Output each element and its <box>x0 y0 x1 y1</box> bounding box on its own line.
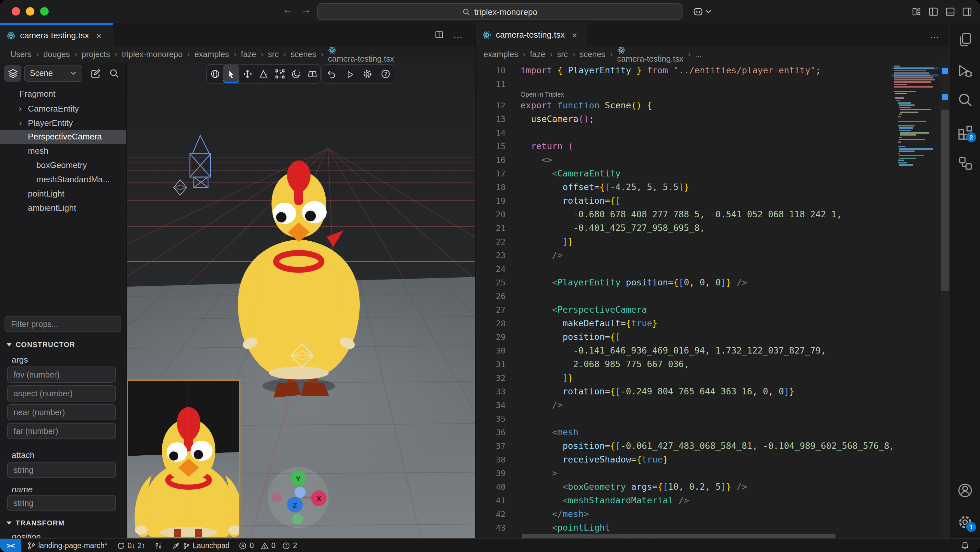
scrollbar-thumb[interactable] <box>941 110 949 291</box>
axis-gizmo[interactable]: Y X Z <box>268 467 329 528</box>
play-icon[interactable] <box>340 65 358 83</box>
code-line[interactable]: 14 <box>476 126 892 139</box>
axis-neg-y-handle[interactable] <box>292 514 303 525</box>
code-line[interactable]: 24 <box>476 262 892 276</box>
window-minimize-button[interactable] <box>26 7 34 16</box>
breadcrumb-item[interactable]: triplex-monorepo <box>122 50 183 59</box>
code-line[interactable]: 40 <boxGeometry args={[10, 0.2, 5]} /> <box>476 480 892 494</box>
more-actions-icon[interactable]: … <box>929 29 940 40</box>
code-line[interactable]: 22 ]} <box>476 235 892 249</box>
history-forward-button[interactable]: → <box>301 4 311 16</box>
axis-neg-x-handle[interactable] <box>272 492 282 503</box>
minimap[interactable] <box>892 63 940 538</box>
prop-near-input[interactable] <box>7 404 116 420</box>
code-line[interactable]: 35 <box>476 412 892 426</box>
code-editor[interactable]: 10import { PlayerEntity } from "../entit… <box>476 63 950 538</box>
scene-search-button[interactable] <box>106 66 122 80</box>
edit-component-button[interactable] <box>88 66 103 80</box>
scene-tree-item[interactable]: boxGeometry <box>0 158 126 172</box>
code-line[interactable]: 27 <PerspectiveCamera <box>476 303 892 316</box>
tab-close-icon[interactable]: × <box>96 30 101 40</box>
code-line[interactable]: 25 <PlayerEntity position={[0, 0, 0]} /> <box>476 276 892 289</box>
code-line[interactable]: 42 </mesh> <box>476 507 892 521</box>
breadcrumb-item[interactable]: Users <box>10 50 32 59</box>
breadcrumb-item[interactable]: ... <box>695 50 702 59</box>
scene-tree-item[interactable]: pointLight <box>0 187 126 201</box>
viewport[interactable]: Y X Z <box>127 63 475 538</box>
help-icon[interactable]: ? <box>377 65 395 83</box>
code-line[interactable]: 41 <meshStandardMaterial /> <box>476 494 892 507</box>
marquee-select-icon[interactable] <box>272 65 288 83</box>
breadcrumb-item[interactable]: douges <box>43 50 70 59</box>
breadcrumb-item[interactable]: examples <box>194 50 229 59</box>
toggle-panel-icon[interactable] <box>945 6 955 17</box>
scene-tree-item[interactable]: mesh <box>0 144 126 158</box>
move-tool-icon[interactable] <box>239 65 255 83</box>
breadcrumb-item[interactable]: scenes <box>580 50 605 59</box>
code-line[interactable]: 23 /> <box>476 249 892 262</box>
hierarchy-icon[interactable] <box>957 155 973 171</box>
scene-tree-item[interactable]: ›PlayerEntity <box>0 115 126 130</box>
copilot-icon[interactable] <box>692 6 704 18</box>
cone-tool-icon[interactable] <box>255 65 272 83</box>
scene-tree-item[interactable]: ›CameraEntity <box>0 101 126 115</box>
scene-tree-item[interactable]: PerspectiveCamera <box>0 130 126 144</box>
scene-layers-button[interactable] <box>4 65 21 82</box>
scene-tree-item[interactable]: Fragment <box>0 87 126 101</box>
commit-graph-icon[interactable] <box>154 541 163 550</box>
undo-icon[interactable] <box>322 65 340 83</box>
code-line[interactable]: 16 <> <box>476 153 892 167</box>
launchpad-item[interactable]: Launchpad <box>172 541 230 550</box>
code-line[interactable]: 31 2.068_985_775_667_036, <box>476 357 892 371</box>
breadcrumb-item[interactable]: scenes <box>291 50 316 59</box>
breadcrumb[interactable]: examples›faze›src›scenes›camera-testing.… <box>476 46 949 63</box>
copy-pages-icon[interactable] <box>957 32 973 47</box>
code-line[interactable]: 26 <box>476 289 892 303</box>
chevron-down-icon[interactable] <box>705 9 712 14</box>
code-line[interactable]: 15 return ( <box>476 139 892 153</box>
prop-attach-input[interactable] <box>7 462 116 478</box>
code-line[interactable]: 13 useCamera(); <box>476 112 892 126</box>
horizontal-scrollbar-thumb[interactable] <box>522 534 835 538</box>
axis-neg-z-handle[interactable] <box>294 487 305 498</box>
sync-item[interactable]: 0↓ 2↑ <box>117 541 145 550</box>
codelens-open-in-triplex[interactable]: Open in Triplex <box>476 91 892 99</box>
breadcrumb-item[interactable]: src <box>268 50 279 59</box>
props-section-header[interactable]: TRANSFORM <box>6 519 65 527</box>
extensions-icon[interactable]: 2 <box>957 124 973 140</box>
code-line[interactable]: 30 -0.141_646_936_469_016_94, 1.732_122_… <box>476 344 892 357</box>
code-line[interactable]: 20 -0.680_678_408_277_788_5, -0.541_052_… <box>476 207 892 221</box>
remote-indicator[interactable]: >< <box>0 539 21 552</box>
window-close-button[interactable] <box>12 7 20 16</box>
props-section-header[interactable]: CONSTRUCTOR <box>6 341 75 348</box>
prop-name-input[interactable] <box>7 495 116 511</box>
toggle-primary-sidebar-icon[interactable] <box>928 6 939 17</box>
code-line[interactable]: 10import { PlayerEntity } from "../entit… <box>476 64 892 77</box>
scene-tree-item[interactable]: meshStandardMa... <box>0 172 126 187</box>
breadcrumb-item[interactable]: faze <box>530 50 545 59</box>
code-line[interactable]: 11 <box>476 77 892 91</box>
breadcrumb-item[interactable]: projects <box>82 50 110 59</box>
settings-gear-icon[interactable]: 1 <box>957 514 973 530</box>
code-line[interactable]: 29 position={[ <box>476 330 892 344</box>
search-icon[interactable] <box>957 92 973 108</box>
code-line[interactable]: 12export function Scene() { <box>476 99 892 112</box>
more-actions-icon[interactable]: … <box>453 29 463 40</box>
breadcrumb-item[interactable]: faze <box>241 50 256 59</box>
scene-selector[interactable]: Scene <box>24 65 82 82</box>
account-icon[interactable] <box>957 483 973 498</box>
code-line[interactable]: 17 <CameraEntity <box>476 167 892 180</box>
window-zoom-button[interactable] <box>40 7 49 16</box>
breadcrumb-item[interactable]: src <box>557 50 568 59</box>
prop-fov-input[interactable] <box>7 367 116 383</box>
scene-tree-item[interactable]: ambientLight <box>0 201 126 215</box>
split-editor-icon[interactable] <box>434 30 444 40</box>
settings-gear-icon[interactable] <box>358 65 377 83</box>
tab-camera-testing-editor[interactable]: camera-testing.tsx × <box>476 23 587 46</box>
run-debug-icon[interactable] <box>957 63 973 78</box>
select-tool-icon[interactable] <box>223 65 239 83</box>
code-line[interactable]: 32 ]} <box>476 371 892 384</box>
history-back-button[interactable]: ← <box>283 4 293 16</box>
code-line[interactable]: 37 position={[-0.061_427_483_068_584_81,… <box>476 439 892 453</box>
filter-props-input[interactable] <box>5 316 121 332</box>
